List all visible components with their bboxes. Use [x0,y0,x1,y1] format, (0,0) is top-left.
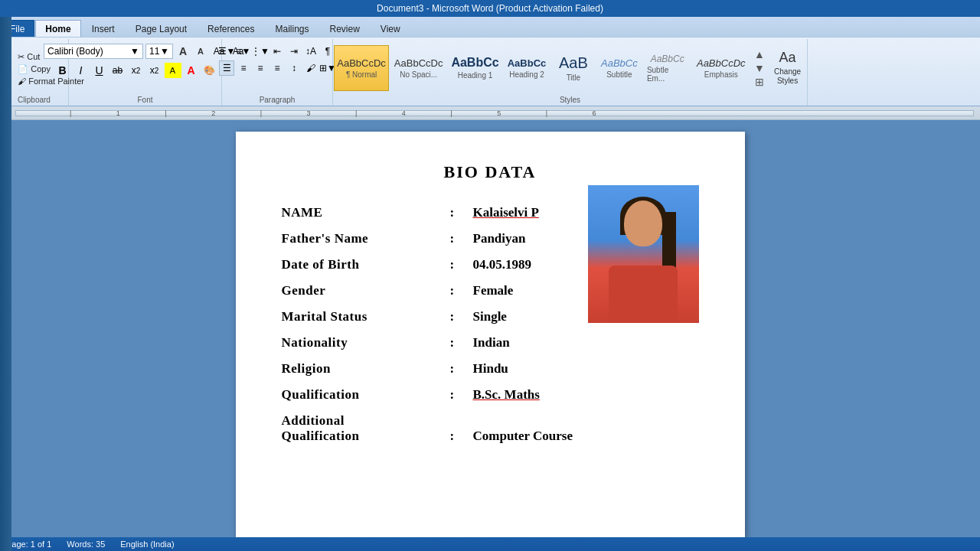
field-label-name: NAME [282,205,435,220]
field-value-gender: Female [473,283,514,298]
tab-home[interactable]: Home [35,20,80,37]
style-subtitle[interactable]: AaBbCc Subtitle [597,45,642,91]
align-left-button[interactable]: ☰ [219,60,234,76]
styles-scroll-down[interactable]: ▼ [752,62,767,74]
field-label-dob: Date of Birth [282,257,435,272]
language-info: English (India) [120,540,174,549]
style-title[interactable]: AaB Title [551,45,596,91]
font-dropdown-arrow: ▼ [130,46,139,57]
table-row: Nationality : Indian [282,335,699,350]
style-subtle-em[interactable]: AaBbCc Subtle Em... [643,45,692,91]
ruler: | 1 | 2 | 3 | 4 | 5 | 6 [0,106,980,120]
field-colon-add-qual: : [450,429,458,444]
photo-body [609,266,678,323]
tab-page-layout[interactable]: Page Layout [126,20,197,37]
text-color-button[interactable]: A [183,63,200,78]
field-label-gender: Gender [282,283,435,298]
style-heading1[interactable]: AaBbCc Heading 1 [448,45,502,91]
font-top-row: Calibri (Body) ▼ 11 ▼ A A Aa Aa [44,44,247,59]
italic-button[interactable]: I [73,63,90,78]
font-size-selector[interactable]: 11 ▼ [145,44,173,59]
change-styles-icon: Aa [779,50,796,66]
style-heading2-label: Heading 2 [509,70,544,79]
style-subtle-em-preview: AaBbCc [651,54,684,64]
ruler-content: | 1 | 2 | 3 | 4 | 5 | 6 [70,109,618,117]
field-label-qualification: Qualification [282,387,435,403]
field-value-dob: 04.05.1989 [473,257,532,272]
align-right-button[interactable]: ≡ [253,60,268,76]
field-label-fathers-name: Father's Name [282,231,435,246]
multilevel-list-button[interactable]: ⋮▼ [253,44,268,59]
word-count: Words: 35 [67,540,105,549]
font-format-row: B I U ab x2 x2 A A 🎨 ⬜ [54,63,237,78]
tab-insert[interactable]: Insert [82,20,125,37]
document-area: BIO DATA NAME : Kalaiselvi P Father's Na… [0,120,980,537]
style-title-label: Title [567,73,581,82]
ribbon: File Home Insert Page Layout References … [0,17,980,106]
field-colon-religion: : [450,361,458,377]
text-highlight-button[interactable]: A [165,63,181,78]
tab-review[interactable]: Review [319,20,369,37]
photo-placeholder [588,185,699,323]
ribbon-content: 📋 Paste ✂ Cut 📄 Copy 🖌 Format Painter Cl… [0,37,980,106]
left-sidebar-strip [0,17,11,551]
sort-button[interactable]: ↕A [303,44,318,59]
tab-mailings[interactable]: Mailings [265,20,318,37]
tab-view[interactable]: View [371,20,410,37]
title-bar: Document3 - Microsoft Word (Product Acti… [0,0,980,17]
style-emphasis[interactable]: AaBbCcDc Emphasis [693,45,749,91]
grow-font-button[interactable]: A [175,44,191,59]
numbered-list-button[interactable]: ≡▼ [236,44,251,59]
shading-para-button[interactable]: 🖌 [303,60,318,76]
tab-references[interactable]: References [198,20,264,37]
shrink-font-button[interactable]: A [193,44,208,59]
style-heading2[interactable]: AaBbCc Heading 2 [504,45,550,91]
shading-button[interactable]: 🎨 [201,63,218,78]
styles-group: AaBbCcDc ¶ Normal AaBbCcDc No Spaci... A… [333,39,808,106]
photo-head [624,201,662,246]
document-page: BIO DATA NAME : Kalaiselvi P Father's Na… [236,132,745,537]
underline-button[interactable]: U [91,63,108,78]
align-center-button[interactable]: ≡ [236,60,251,76]
paragraph-label: Paragraph [222,96,332,104]
style-heading1-preview: AaBbCc [451,56,498,70]
style-subtle-em-label: Subtle Em... [647,66,688,83]
field-colon-marital: : [450,309,458,324]
style-emphasis-preview: AaBbCcDc [697,57,746,69]
strikethrough-button[interactable]: ab [109,63,126,78]
status-bar: Page: 1 of 1 Words: 35 English (India) [0,537,980,551]
font-name-selector[interactable]: Calibri (Body) ▼ [44,44,143,59]
style-heading2-preview: AaBbCc [508,57,547,69]
style-subtitle-label: Subtitle [606,70,632,79]
style-no-spacing[interactable]: AaBbCcDc No Spaci... [390,45,446,91]
styles-scroll-up[interactable]: ▲ [752,48,767,60]
change-styles-label: Change Styles [772,67,803,86]
style-normal-label: ¶ Normal [346,70,377,79]
subscript-button[interactable]: x2 [128,63,145,78]
styles-more[interactable]: ⊞ [752,76,767,88]
increase-indent-button[interactable]: ⇥ [286,44,302,59]
field-label-nationality: Nationality [282,335,435,350]
style-subtitle-preview: AaBbCc [601,57,638,69]
bold-button[interactable]: B [54,63,71,78]
decrease-indent-button[interactable]: ⇤ [270,44,285,59]
field-label-marital: Marital Status [282,309,435,324]
field-value-name: Kalaiselvi P [473,205,539,220]
bio-title: BIO DATA [282,162,699,182]
field-value-qualification: B.Sc. Maths [473,387,540,403]
field-value-add-qual: Computer Course [473,429,573,444]
bullet-list-button[interactable]: ☰▼ [219,44,234,59]
justify-button[interactable]: ≡ [270,60,285,76]
line-spacing-button[interactable]: ↕ [286,60,302,76]
styles-label: Styles [333,96,807,104]
change-styles-button[interactable]: Aa Change Styles [769,48,806,87]
field-colon-name: : [450,205,458,220]
style-heading1-label: Heading 1 [458,71,493,80]
style-normal[interactable]: AaBbCcDc ¶ Normal [334,45,390,91]
font-group: Calibri (Body) ▼ 11 ▼ A A Aa Aa B I U [69,39,222,106]
superscript-button[interactable]: x2 [146,63,163,78]
table-row: Religion : Hindu [282,361,699,377]
table-row: Qualification : Computer Course [282,429,699,444]
field-value-marital: Single [473,309,507,324]
photo-container [588,185,699,323]
